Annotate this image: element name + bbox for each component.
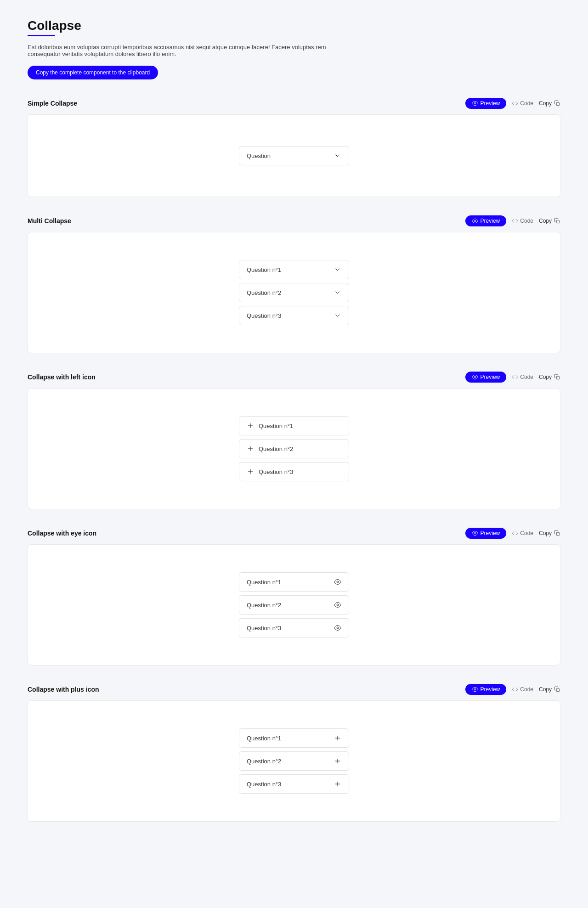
svg-point-12 <box>474 532 476 534</box>
plus-icon <box>334 734 341 742</box>
collapse-item-label: Question n°2 <box>247 758 281 765</box>
preview-icon <box>472 530 478 536</box>
svg-rect-3 <box>556 220 559 223</box>
copy-button-collapse-plus-icon[interactable]: Copy <box>539 686 560 693</box>
collapse-container: Question <box>239 146 349 165</box>
collapse-item-label: Question <box>247 152 271 159</box>
code-icon <box>512 686 518 693</box>
code-button-collapse-plus-icon[interactable]: Code <box>512 686 533 693</box>
code-button-simple-collapse[interactable]: Code <box>512 100 533 107</box>
plus-icon <box>247 445 254 452</box>
collapse-item[interactable]: Question n°3 <box>239 462 349 481</box>
collapse-item-left: Question n°1 <box>247 422 293 429</box>
section-title-multi-collapse: Multi Collapse <box>28 217 71 225</box>
copy-button-simple-collapse[interactable]: Copy <box>539 100 560 107</box>
preview-button-simple-collapse[interactable]: Preview <box>465 98 507 109</box>
eye-icon <box>334 624 341 632</box>
code-button-collapse-eye-icon[interactable]: Code <box>512 530 533 536</box>
collapse-item-label: Question n°3 <box>259 468 293 475</box>
copy-document-icon <box>554 530 560 536</box>
collapse-item-label: Question n°1 <box>259 423 293 429</box>
plus-icon <box>334 780 341 788</box>
section-title-simple-collapse: Simple Collapse <box>28 100 77 107</box>
collapse-item-label: Question n°2 <box>259 446 293 452</box>
collapse-container: Question n°1 Question n°2 Question n°3 <box>239 260 349 325</box>
chevron-down-icon <box>334 289 341 296</box>
section-title-collapse-eye-icon: Collapse with eye icon <box>28 530 96 537</box>
collapse-item[interactable]: Question n°1 <box>239 260 349 279</box>
collapse-item-left: Question n°2 <box>247 445 293 452</box>
copy-button-multi-collapse[interactable]: Copy <box>539 218 560 224</box>
svg-point-15 <box>337 604 339 606</box>
copy-document-icon <box>554 686 560 693</box>
preview-icon <box>472 686 478 693</box>
page-description: Est doloribus eum voluptas corrupti temp… <box>28 44 349 57</box>
eye-icon <box>334 601 341 609</box>
preview-button-multi-collapse[interactable]: Preview <box>465 215 507 226</box>
section-collapse-eye-icon: Collapse with eye icon Preview CodeCopy … <box>28 528 560 665</box>
section-title-collapse-plus-icon: Collapse with plus icon <box>28 686 99 693</box>
svg-point-17 <box>474 688 476 690</box>
copy-button-collapse-eye-icon[interactable]: Copy <box>539 530 560 536</box>
preview-icon <box>472 218 478 224</box>
preview-icon <box>472 374 478 380</box>
plus-icon <box>334 757 341 765</box>
svg-rect-18 <box>556 688 559 691</box>
code-icon <box>512 100 518 107</box>
svg-point-0 <box>474 102 476 104</box>
preview-button-collapse-left-icon[interactable]: Preview <box>465 372 507 383</box>
code-button-collapse-left-icon[interactable]: Code <box>512 374 533 380</box>
section-simple-collapse: Simple Collapse Preview CodeCopy Questio… <box>28 98 560 197</box>
code-icon <box>512 218 518 224</box>
collapse-item[interactable]: Question n°2 <box>239 751 349 771</box>
collapse-item[interactable]: Question n°3 <box>239 306 349 325</box>
collapse-item-label: Question n°3 <box>247 781 281 788</box>
svg-rect-5 <box>556 376 559 379</box>
collapse-item-left: Question n°3 <box>247 468 293 475</box>
collapse-item-label: Question n°1 <box>247 266 281 273</box>
collapse-item[interactable]: Question n°2 <box>239 439 349 458</box>
copy-all-button[interactable]: Copy the complete component to the clipb… <box>28 66 158 79</box>
collapse-item-label: Question n°1 <box>247 735 281 742</box>
section-collapse-left-icon: Collapse with left icon Preview CodeCopy… <box>28 372 560 509</box>
preview-button-collapse-eye-icon[interactable]: Preview <box>465 528 507 539</box>
copy-button-collapse-left-icon[interactable]: Copy <box>539 374 560 380</box>
preview-area-simple-collapse: Question <box>28 114 560 197</box>
page-title: Collapse <box>28 18 560 33</box>
collapse-item-label: Question n°2 <box>247 602 281 609</box>
preview-button-collapse-plus-icon[interactable]: Preview <box>465 684 507 695</box>
preview-area-collapse-eye-icon: Question n°1 Question n°2 Question n°3 <box>28 544 560 665</box>
collapse-item[interactable]: Question n°1 <box>239 572 349 592</box>
collapse-item[interactable]: Question n°3 <box>239 774 349 794</box>
preview-icon <box>472 100 478 107</box>
code-icon <box>512 530 518 536</box>
section-title-collapse-left-icon: Collapse with left icon <box>28 373 96 381</box>
collapse-item[interactable]: Question n°1 <box>239 728 349 748</box>
collapse-item[interactable]: Question n°3 <box>239 618 349 637</box>
copy-document-icon <box>554 100 560 107</box>
section-multi-collapse: Multi Collapse Preview CodeCopy Question… <box>28 215 560 353</box>
svg-rect-13 <box>556 532 559 535</box>
chevron-down-icon <box>334 266 341 273</box>
svg-rect-1 <box>556 102 559 105</box>
collapse-item[interactable]: Question n°1 <box>239 416 349 435</box>
svg-point-16 <box>337 627 339 629</box>
eye-icon <box>334 578 341 586</box>
collapse-item[interactable]: Question <box>239 146 349 165</box>
collapse-item-label: Question n°3 <box>247 312 281 319</box>
collapse-item[interactable]: Question n°2 <box>239 283 349 302</box>
collapse-container: Question n°1 Question n°2 Question n°3 <box>239 416 349 481</box>
svg-point-14 <box>337 581 339 583</box>
chevron-down-icon <box>334 312 341 319</box>
copy-document-icon <box>554 374 560 380</box>
svg-point-4 <box>474 376 476 378</box>
collapse-item-label: Question n°2 <box>247 289 281 296</box>
code-button-multi-collapse[interactable]: Code <box>512 218 533 224</box>
svg-point-2 <box>474 220 476 222</box>
plus-icon <box>247 468 254 475</box>
preview-area-collapse-left-icon: Question n°1 Question n°2 Question n°3 <box>28 388 560 509</box>
plus-icon <box>247 422 254 429</box>
collapse-container: Question n°1 Question n°2 Question n°3 <box>239 728 349 794</box>
collapse-item[interactable]: Question n°2 <box>239 595 349 615</box>
collapse-item-label: Question n°3 <box>247 625 281 632</box>
